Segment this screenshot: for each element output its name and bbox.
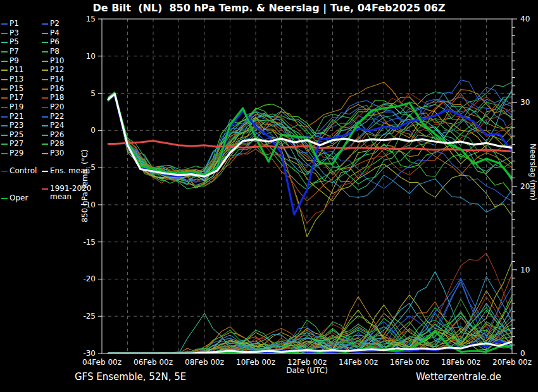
- member-precip-lines: [108, 253, 512, 353]
- x-tick-label: 18Feb 00z: [441, 358, 480, 367]
- x-tick-label: 04Feb 00z: [82, 358, 122, 367]
- x-tick-label: 10Feb 00z: [236, 358, 275, 367]
- member-temp-lines: [108, 80, 512, 236]
- left-tick-label: 15: [86, 15, 96, 23]
- x-tick-label: 12Feb 00z: [287, 358, 327, 367]
- footer-model-label: GFS Ensemble, 52N, 5E: [75, 371, 186, 383]
- left-tick-label: -30: [83, 349, 96, 358]
- member-precip-line-P27: [108, 295, 512, 353]
- right-tick-label: 40: [520, 15, 530, 23]
- x-tick-label: 16Feb 00z: [390, 358, 429, 367]
- right-axis-title: Neerslag (mm): [529, 144, 537, 200]
- right-tick-label: 30: [520, 98, 530, 107]
- ensemble-plot: 151050-5-10-15-20-25-3001020304004Feb 00…: [0, 0, 538, 392]
- right-tick-label: 0: [520, 349, 525, 358]
- footer-site-label: Wetterzentrale.de: [416, 371, 501, 383]
- left-tick-label: 10: [86, 52, 96, 61]
- right-tick-label: 20: [520, 182, 530, 191]
- wetterzentrale-ensemble-page: De Bilt (NL) 850 hPa Temp. & Neerslag | …: [0, 0, 538, 392]
- left-axis-title: 850 hPa Temp. (°C): [80, 149, 89, 223]
- series-area: [108, 80, 512, 353]
- x-tick-label: 06Feb 00z: [134, 358, 173, 367]
- left-tick-label: 0: [91, 126, 96, 135]
- left-tick-label: 5: [91, 89, 96, 98]
- member-temp-line-P3: [108, 94, 512, 180]
- member-precip-line-P29: [108, 299, 512, 353]
- left-tick-label: -15: [83, 238, 96, 247]
- left-tick-label: -20: [83, 274, 96, 283]
- member-precip-line-P11: [108, 299, 512, 353]
- x-tick-label: 08Feb 00z: [185, 358, 224, 367]
- member-temp-line-P29: [108, 95, 512, 175]
- member-precip-line-P12: [108, 295, 512, 353]
- x-tick-label: 14Feb 00z: [339, 358, 378, 367]
- x-axis-title: Date (UTC): [286, 366, 328, 375]
- left-tick-label: -25: [83, 312, 96, 321]
- right-tick-label: 10: [520, 266, 530, 274]
- x-tick-label: 20Feb 00z: [492, 358, 532, 367]
